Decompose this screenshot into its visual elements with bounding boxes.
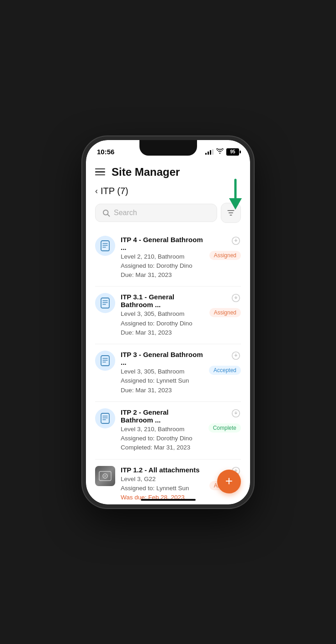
svg-point-12 <box>104 475 106 477</box>
back-arrow-icon: ‹ <box>95 186 98 196</box>
download-icon <box>231 351 241 363</box>
list-item[interactable]: ITP 2 - General Bathroom ... Level 3, 21… <box>95 402 241 460</box>
item-title: ITP 4 - General Bathroom ... <box>121 236 204 251</box>
back-label: ITP (7) <box>101 186 128 196</box>
filter-button[interactable] <box>221 203 241 223</box>
item-detail: Level 3, G22Assigned to: Lynnett SunWas … <box>121 475 204 503</box>
app-title: Site Manager <box>112 166 180 179</box>
list-item[interactable]: ITP 4 - General Bathroom ... Level 2, 21… <box>95 229 241 287</box>
status-badge: Assigned <box>209 251 241 260</box>
item-right: Accepted <box>209 351 241 375</box>
list-item[interactable]: ITP 3 - General Bathroom ... Level 3, 30… <box>95 344 241 402</box>
add-icon: + <box>225 475 233 487</box>
status-badge: Accepted <box>209 366 241 375</box>
svg-line-1 <box>107 214 109 216</box>
item-content: ITP 2 - General Bathroom ... Level 3, 21… <box>121 408 203 453</box>
download-icon <box>231 293 241 305</box>
home-indicator <box>141 499 196 501</box>
item-title: ITP 2 - General Bathroom ... <box>121 408 203 424</box>
item-content: ITP 3.1 - General Bathroom ... Level 3, … <box>121 293 204 337</box>
app-header: Site Manager <box>95 160 241 183</box>
wifi-icon <box>216 148 224 155</box>
search-placeholder: Search <box>114 209 137 217</box>
svg-rect-6 <box>101 241 109 251</box>
item-content: ITP 3 - General Bathroom ... Level 3, 30… <box>121 351 203 395</box>
svg-rect-7 <box>101 298 109 308</box>
status-icons: 95 <box>205 148 239 156</box>
item-icon <box>95 351 115 371</box>
item-title: ITP 1.2 - All attachments <box>121 466 204 474</box>
item-title: ITP 3 - General Bathroom ... <box>121 351 203 366</box>
svg-rect-8 <box>101 356 109 366</box>
itp-list: ITP 4 - General Bathroom ... Level 2, 21… <box>95 229 241 504</box>
back-nav[interactable]: ‹ ITP (7) <box>95 183 241 203</box>
status-badge: Assigned <box>209 308 241 317</box>
item-detail: Level 3, 210, BathroomAssigned to: Dorot… <box>121 425 203 453</box>
item-detail: Level 3, 305, BathroomAssigned to: Dorot… <box>121 309 204 337</box>
list-item[interactable]: ITP 3.1 - General Bathroom ... Level 3, … <box>95 287 241 344</box>
item-title: ITP 3.1 - General Bathroom ... <box>121 293 204 308</box>
search-icon <box>102 209 110 217</box>
download-icon <box>231 408 241 421</box>
signal-bars-icon <box>205 149 213 155</box>
item-right: Assigned <box>209 293 241 317</box>
item-right: Complete <box>208 408 241 433</box>
menu-button[interactable] <box>95 168 105 176</box>
item-right: Assigned <box>209 236 241 260</box>
item-icon <box>95 293 115 313</box>
item-detail: Level 2, 210, BathroomAssigned to: Dorot… <box>121 252 204 280</box>
phone-screen: 10:56 95 <box>86 140 250 504</box>
item-icon <box>95 236 115 256</box>
notch <box>139 140 197 156</box>
item-icon <box>95 408 115 428</box>
phone-frame: 10:56 95 <box>82 136 254 508</box>
app-content: Site Manager ‹ ITP (7) Search <box>86 160 250 504</box>
item-photo-icon <box>95 466 115 486</box>
search-input[interactable]: Search <box>95 204 217 222</box>
status-time: 10:56 <box>97 148 114 156</box>
search-container: Search <box>95 203 241 223</box>
svg-rect-9 <box>101 413 109 423</box>
battery-icon: 95 <box>226 148 239 156</box>
item-content: ITP 1.2 - All attachments Level 3, G22As… <box>121 466 204 503</box>
status-badge: Complete <box>208 423 241 433</box>
item-detail: Level 3, 305, BathroomAssigned to: Lynne… <box>121 367 203 395</box>
add-button[interactable]: + <box>217 470 241 493</box>
filter-icon <box>226 208 235 217</box>
download-icon <box>231 236 241 248</box>
item-content: ITP 4 - General Bathroom ... Level 2, 21… <box>121 236 204 280</box>
